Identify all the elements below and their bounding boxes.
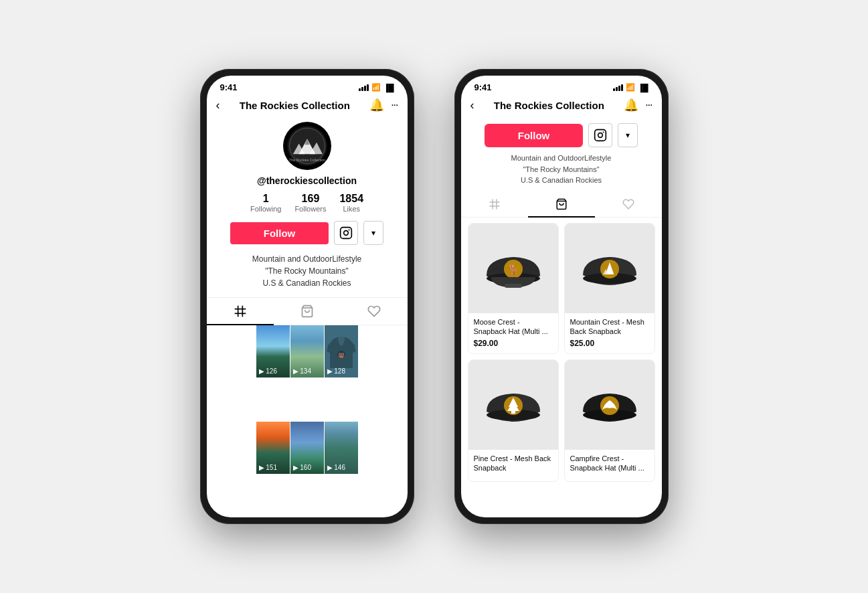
video-count-5: ▶ 160 — [293, 464, 311, 471]
nav-bar-right: ‹ The Rockies Collection 🔔 ··· — [461, 95, 662, 116]
wifi-icon-left: 📶 — [371, 83, 381, 92]
shop-tabs — [461, 191, 662, 218]
shop-tab-videos[interactable] — [461, 191, 528, 217]
phone-left-screen: 9:41 📶 ▐█ ‹ The Rockies Colle — [207, 76, 408, 517]
brand-logo-icon: The Rockies Collection — [287, 126, 327, 166]
shop-bio: Mountain and OutdoorLifestyle "The Rocky… — [498, 153, 625, 186]
video-grid: ▶ 126 ▶ 134 — [256, 325, 358, 517]
video-count-1: ▶ 126 — [259, 367, 277, 375]
tab-videos[interactable] — [207, 298, 274, 325]
video-count-2: ▶ 134 — [293, 367, 311, 375]
phone-right: 9:41 📶 ▐█ ‹ The Rockies Colle — [454, 69, 669, 524]
campfire-hat-icon — [573, 375, 646, 435]
bio-text: Mountain and OutdoorLifestyle "The Rocky… — [239, 253, 375, 289]
product-grid: 🦌 Moose Crest - Snapback Hat (Multi ... … — [461, 223, 662, 489]
time-left: 9:41 — [220, 82, 238, 92]
following-label: Following — [250, 205, 281, 213]
nav-right-right: 🔔 ··· — [624, 98, 652, 112]
moose-hat-icon: 🦌 — [476, 238, 550, 299]
video-thumb-1[interactable]: ▶ 126 — [256, 325, 290, 377]
shop-bag-icon — [300, 305, 314, 318]
instagram-icon — [339, 226, 353, 240]
shop-content: Follow ▾ Mountain and OutdoorLifest — [461, 116, 662, 517]
product-info-4: Campfire Crest - Snapback Hat (Multi ... — [565, 450, 655, 481]
grid-icon — [234, 305, 247, 318]
video-thumb-6[interactable]: ▶ 146 — [325, 422, 358, 474]
product-info-3: Pine Crest - Mesh Back Snapback — [468, 450, 558, 481]
phone-right-screen: 9:41 📶 ▐█ ‹ The Rockies Colle — [461, 76, 662, 517]
more-icon-right[interactable]: ··· — [645, 99, 652, 111]
follow-button[interactable]: Follow — [230, 222, 329, 244]
profile-content: The Rockies Collection @therockiescollec… — [207, 116, 408, 517]
action-row: Follow ▾ — [207, 221, 408, 245]
bell-icon-right[interactable]: 🔔 — [624, 98, 638, 112]
video-thumb-4[interactable]: ▶ 151 — [256, 422, 290, 474]
time-right: 9:41 — [474, 82, 492, 92]
shop-tab-liked[interactable] — [595, 191, 662, 217]
svg-rect-39 — [511, 411, 515, 414]
product-card-3[interactable]: Pine Crest - Mesh Back Snapback — [468, 359, 559, 482]
product-info-1: Moose Crest - Snapback Hat (Multi ... $2… — [468, 313, 558, 354]
chevron-down-icon: ▾ — [371, 228, 375, 238]
stat-followers: 169 Followers — [294, 193, 326, 213]
product-img-4 — [565, 360, 655, 450]
product-card-2[interactable]: Mountain Crest - Mesh Back Snapback $25.… — [564, 223, 655, 355]
tab-shop[interactable] — [274, 298, 341, 325]
svg-rect-8 — [341, 228, 352, 239]
tab-liked[interactable] — [341, 298, 408, 325]
heart-outline-icon — [367, 305, 381, 318]
video-thumb-2[interactable]: ▶ 134 — [290, 325, 324, 377]
svg-point-19 — [598, 133, 603, 138]
instagram-button[interactable] — [334, 221, 358, 245]
product-price-1: $29.00 — [474, 339, 553, 348]
battery-icon-left: ▐█ — [383, 84, 394, 92]
svg-point-9 — [344, 231, 349, 236]
shop-instagram-button[interactable] — [588, 123, 612, 147]
status-bar-left: 9:41 📶 ▐█ — [207, 76, 408, 95]
video-count-3: ▶ 128 — [327, 367, 345, 375]
page-title-left: The Rockies Collection — [220, 100, 370, 111]
svg-rect-18 — [595, 130, 606, 141]
shop-chevron-down-icon: ▾ — [626, 131, 630, 140]
product-img-2 — [565, 224, 655, 313]
video-count-4: ▶ 151 — [259, 464, 277, 471]
status-bar-right: 9:41 📶 ▐█ — [461, 76, 662, 95]
shop-follow-button[interactable]: Follow — [485, 124, 584, 147]
bell-icon-left[interactable]: 🔔 — [369, 98, 384, 112]
wifi-icon-right: 📶 — [626, 83, 635, 92]
phone-left: 9:41 📶 ▐█ ‹ The Rockies Colle — [200, 69, 414, 524]
dropdown-button[interactable]: ▾ — [363, 221, 383, 245]
battery-icon-right: ▐█ — [638, 84, 648, 92]
shop-heart-icon — [622, 198, 634, 210]
product-price-2: $25.00 — [570, 339, 649, 348]
svg-text:🐻: 🐻 — [338, 352, 345, 359]
page-title-right: The Rockies Collection — [474, 100, 624, 111]
product-name-3: Pine Crest - Mesh Back Snapback — [474, 454, 553, 473]
shop-bag-active-icon — [555, 198, 568, 210]
shop-follow-row: Follow ▾ — [461, 116, 662, 153]
likes-count: 1854 — [339, 193, 363, 205]
svg-text:🦌: 🦌 — [507, 263, 520, 276]
product-name-2: Mountain Crest - Mesh Back Snapback — [570, 317, 649, 337]
product-info-2: Mountain Crest - Mesh Back Snapback $25.… — [565, 313, 655, 354]
product-img-1: 🦌 — [468, 224, 558, 313]
product-name-4: Campfire Crest - Snapback Hat (Multi ... — [570, 454, 649, 473]
svg-rect-29 — [505, 284, 522, 288]
shop-tab-products[interactable] — [528, 191, 595, 217]
status-icons-left: 📶 ▐█ — [359, 83, 394, 92]
shop-dropdown-button[interactable]: ▾ — [618, 123, 638, 147]
product-card-4[interactable]: Campfire Crest - Snapback Hat (Multi ... — [564, 359, 655, 482]
signal-icon-left — [359, 84, 369, 91]
hoodie-icon: 🐻 — [325, 331, 358, 371]
stats-row: 1 Following 169 Followers 1854 Likes — [250, 193, 363, 213]
signal-icon-right — [613, 84, 623, 91]
pine-hat-icon — [476, 375, 550, 435]
followers-count: 169 — [302, 193, 320, 205]
product-card-1[interactable]: 🦌 Moose Crest - Snapback Hat (Multi ... … — [468, 223, 559, 355]
video-thumb-3[interactable]: 🐻 ▶ 128 — [325, 325, 358, 377]
svg-rect-34 — [602, 274, 617, 276]
more-icon-left[interactable]: ··· — [391, 99, 398, 111]
video-thumb-5[interactable]: ▶ 160 — [290, 422, 324, 474]
shop-instagram-icon — [594, 129, 607, 142]
following-count: 1 — [263, 193, 269, 205]
